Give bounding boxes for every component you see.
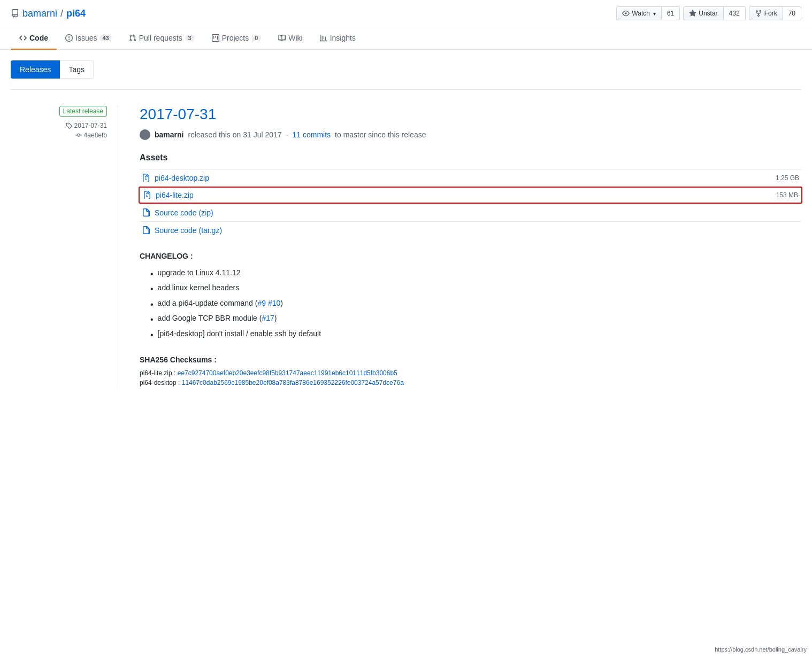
author-avatar bbox=[140, 129, 150, 140]
asset-lite-zip: pi64-lite.zip 153 MB bbox=[139, 187, 802, 204]
release-nav: Releases Tags bbox=[11, 60, 801, 79]
zip-lite-icon bbox=[143, 191, 151, 199]
asset-lite-size: 153 MB bbox=[776, 191, 798, 199]
repo-header: bamarni / pi64 Watch ▾ 61 Unstar 432 For bbox=[0, 0, 812, 27]
unstar-group: Unstar 432 bbox=[683, 6, 745, 20]
repo-name[interactable]: pi64 bbox=[66, 8, 86, 19]
changelog-item-2: add linux kernel headers bbox=[150, 282, 801, 297]
asset-desktop-zip: pi64-desktop.zip 1.25 GB bbox=[140, 169, 801, 187]
wiki-icon bbox=[278, 34, 286, 42]
commit-info: 4ae8efb bbox=[11, 131, 107, 139]
changelog-text-3: add a pi64-update command (#9 #10) bbox=[158, 299, 283, 307]
star-count[interactable]: 432 bbox=[724, 6, 746, 20]
tag-name: 2017-07-31 bbox=[74, 122, 107, 129]
release-sidebar: Latest release 2017-07-31 4ae8efb bbox=[11, 106, 118, 389]
changelog-title: CHANGELOG : bbox=[140, 252, 801, 260]
source-zip-link[interactable]: Source code (zip) bbox=[142, 208, 213, 217]
fork-count[interactable]: 70 bbox=[783, 6, 801, 20]
changelog-text-4: add Google TCP BBR module (#17) bbox=[158, 314, 277, 322]
tab-projects[interactable]: Projects 0 bbox=[203, 27, 270, 50]
projects-badge: 0 bbox=[251, 35, 261, 41]
unstar-label: Unstar bbox=[699, 10, 717, 17]
latest-badge: Latest release bbox=[59, 106, 107, 117]
content-area: Releases Tags Latest release 2017-07-31 … bbox=[0, 50, 812, 399]
release-meta: bamarni released this on 31 Jul 2017 · 1… bbox=[140, 129, 801, 140]
source-targz-icon bbox=[142, 226, 150, 235]
asset-lite-link[interactable]: pi64-lite.zip bbox=[143, 191, 194, 199]
repo-title: bamarni / pi64 bbox=[11, 8, 86, 19]
commits-link[interactable]: 11 commits bbox=[292, 130, 331, 139]
releases-tab[interactable]: Releases bbox=[11, 60, 60, 79]
tags-tab[interactable]: Tags bbox=[60, 60, 94, 79]
changelog-text-5: [pi64-desktop] don't install / enable ss… bbox=[158, 329, 321, 338]
tab-issues[interactable]: Issues 43 bbox=[57, 27, 120, 50]
sha-row-desktop: pi64-desktop : 11467c0dab2569c1985be20ef… bbox=[140, 379, 801, 386]
pull-request-icon bbox=[129, 34, 136, 42]
header-actions: Watch ▾ 61 Unstar 432 Fork 70 bbox=[616, 6, 801, 20]
tab-wiki[interactable]: Wiki bbox=[270, 27, 311, 50]
commits-suffix: to master since this release bbox=[335, 130, 426, 139]
changelog-list: upgrade to Linux 4.11.12 add linux kerne… bbox=[150, 267, 801, 343]
changelog-item-1: upgrade to Linux 4.11.12 bbox=[150, 267, 801, 282]
sha-desktop-value: 11467c0dab2569c1985be20ef08a783fa8786e16… bbox=[182, 379, 404, 386]
issue-17-link[interactable]: #17 bbox=[262, 314, 274, 322]
changelog-text-2: add linux kernel headers bbox=[158, 283, 240, 292]
zip-icon bbox=[142, 174, 150, 182]
sha-title: SHA256 Checksums : bbox=[140, 355, 801, 364]
asset-desktop-link[interactable]: pi64-desktop.zip bbox=[142, 174, 209, 182]
source-targz-link[interactable]: Source code (tar.gz) bbox=[142, 226, 222, 235]
sha-lite-value: ee7c9274700aef0eb20e3eefc98f5b931747aeec… bbox=[178, 369, 397, 377]
tag-info: 2017-07-31 bbox=[11, 122, 107, 129]
issue-10-link[interactable]: #10 bbox=[268, 299, 280, 307]
changelog-text-1: upgrade to Linux 4.11.12 bbox=[158, 268, 241, 277]
eye-icon bbox=[622, 10, 630, 17]
fork-label: Fork bbox=[764, 10, 777, 17]
source-targz-item: Source code (tar.gz) bbox=[140, 221, 801, 239]
release-main: 2017-07-31 bamarni released this on 31 J… bbox=[118, 106, 801, 389]
tab-pull-requests[interactable]: Pull requests 3 bbox=[120, 27, 203, 50]
asset-desktop-size: 1.25 GB bbox=[776, 174, 799, 182]
repo-separator: / bbox=[60, 8, 63, 19]
insights-icon bbox=[320, 34, 327, 42]
assets-title: Assets bbox=[140, 153, 801, 162]
issues-badge: 43 bbox=[99, 35, 111, 41]
meta-dot: · bbox=[286, 130, 288, 139]
watch-count[interactable]: 61 bbox=[662, 6, 680, 20]
changelog-item-4: add Google TCP BBR module (#17) bbox=[150, 312, 801, 327]
release-container: Latest release 2017-07-31 4ae8efb 2017-0… bbox=[11, 89, 801, 389]
tab-insights[interactable]: Insights bbox=[311, 27, 364, 50]
repo-owner[interactable]: bamarni bbox=[22, 8, 57, 19]
watch-button[interactable]: Watch ▾ bbox=[616, 6, 662, 20]
tab-code[interactable]: Code bbox=[11, 27, 57, 50]
commit-icon bbox=[75, 132, 82, 138]
unstar-button[interactable]: Unstar bbox=[683, 6, 723, 20]
released-text: released this on 31 Jul 2017 bbox=[188, 130, 281, 139]
changelog-item-5: [pi64-desktop] don't install / enable ss… bbox=[150, 328, 801, 343]
sha-desktop-label: pi64-desktop : bbox=[140, 379, 180, 386]
changelog-item-3: add a pi64-update command (#9 #10) bbox=[150, 297, 801, 312]
fork-group: Fork 70 bbox=[749, 6, 801, 20]
commit-hash: 4ae8efb bbox=[84, 131, 107, 139]
release-author: bamarni bbox=[155, 130, 183, 139]
release-title[interactable]: 2017-07-31 bbox=[140, 106, 801, 123]
sha-row-lite: pi64-lite.zip : ee7c9274700aef0eb20e3eef… bbox=[140, 369, 801, 377]
pr-badge: 3 bbox=[185, 35, 195, 41]
projects-icon bbox=[212, 34, 219, 42]
nav-tabs: Code Issues 43 Pull requests 3 Projects … bbox=[0, 27, 812, 50]
source-zip-item: Source code (zip) bbox=[140, 204, 801, 221]
repo-icon bbox=[11, 9, 19, 18]
sha-section: SHA256 Checksums : pi64-lite.zip : ee7c9… bbox=[140, 355, 801, 386]
changelog-section: CHANGELOG : upgrade to Linux 4.11.12 add… bbox=[140, 252, 801, 343]
tag-icon bbox=[66, 122, 72, 129]
issue-9-link[interactable]: #9 bbox=[257, 299, 266, 307]
fork-button[interactable]: Fork bbox=[749, 6, 783, 20]
watch-caret: ▾ bbox=[653, 11, 656, 17]
code-icon bbox=[19, 34, 27, 42]
issues-icon bbox=[65, 34, 73, 42]
source-zip-icon bbox=[142, 208, 150, 217]
assets-section: Assets pi64-desktop.zip 1.25 GB pi64-lit… bbox=[140, 153, 801, 239]
star-icon bbox=[689, 10, 696, 17]
watch-group: Watch ▾ 61 bbox=[616, 6, 680, 20]
fork-icon bbox=[755, 10, 762, 17]
sha-lite-label: pi64-lite.zip : bbox=[140, 369, 175, 377]
